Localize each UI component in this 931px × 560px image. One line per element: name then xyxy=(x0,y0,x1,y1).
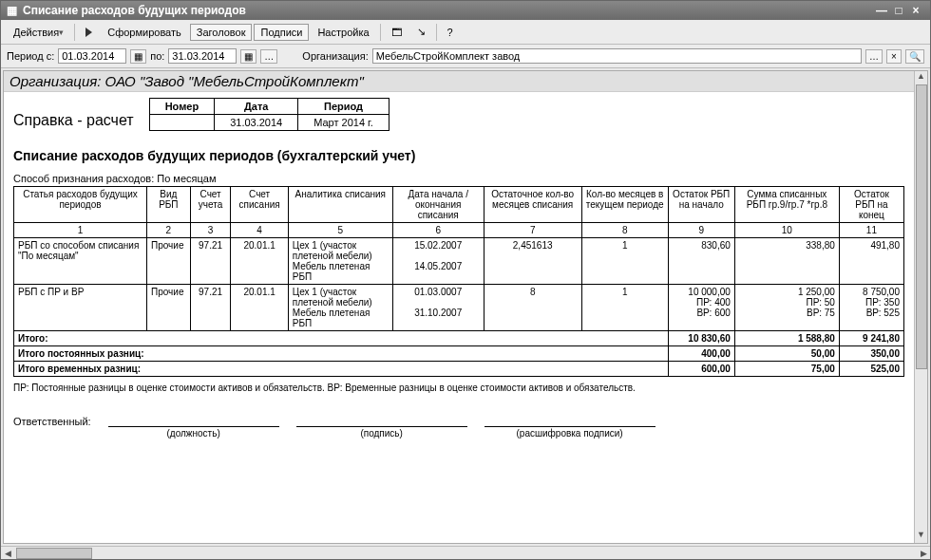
org-input[interactable] xyxy=(372,48,862,64)
cell-remain: 2,451613 xyxy=(484,238,581,285)
org-find-button[interactable]: 🔍 xyxy=(905,49,924,64)
table-row: РБП с ПР и ВР Прочие 97.21 20.01.1 Цех 1… xyxy=(14,285,904,331)
table-row: РБП со способом списания "По месяцам" Пр… xyxy=(14,238,904,285)
sign-name: (расшифровка подписи) xyxy=(484,414,656,427)
col-type: Вид РБП xyxy=(147,187,191,223)
play-icon xyxy=(86,28,92,37)
vertical-scrollbar[interactable]: ▲ ▼ xyxy=(914,71,927,543)
doc-title: Справка - расчет xyxy=(13,112,134,129)
total-begin: 10 830,60 xyxy=(668,331,734,346)
maximize-button[interactable]: □ xyxy=(890,4,907,17)
play-button[interactable] xyxy=(79,25,99,40)
n1: 1 xyxy=(14,223,147,238)
cell-write: 338,80 xyxy=(734,238,839,285)
app-icon: ▦ xyxy=(7,4,17,17)
col-remain: Остаточное кол-во месяцев списания xyxy=(484,187,581,223)
report-area: Организация: ОАО "Завод "МебельСтройКомп… xyxy=(4,71,914,543)
n4: 4 xyxy=(231,223,288,238)
mini-v-period: Март 2014 г. xyxy=(298,115,390,131)
col-write: Сумма списанных РБП гр.9/гр.7 *гр.8 xyxy=(734,187,839,223)
col-acct: Счет учета xyxy=(190,187,231,223)
header-label: Заголовок xyxy=(197,27,246,38)
actions-menu[interactable]: Действия xyxy=(7,24,70,41)
period-to-input[interactable] xyxy=(168,48,237,64)
col-dates: Дата начала / окончания списания xyxy=(392,187,484,223)
cell-end: 8 750,00ПР: 350ВР: 525 xyxy=(839,285,903,331)
cell-acct2: 20.01.1 xyxy=(231,285,288,331)
window-title: Списание расходов будущих периодов xyxy=(23,4,246,17)
org-label: Организация: xyxy=(302,50,368,62)
form-label: Сформировать xyxy=(107,27,181,38)
setup-button[interactable]: Настройка xyxy=(311,24,375,41)
report-table: Статья расходов будущих периодов Вид РБП… xyxy=(13,186,904,377)
total-vr-write: 75,00 xyxy=(734,362,839,377)
n8: 8 xyxy=(581,223,668,238)
period-picker-button[interactable]: … xyxy=(260,49,277,64)
actions-label: Действия xyxy=(13,27,59,38)
signs-label: Подписи xyxy=(260,27,302,38)
cell-type: Прочие xyxy=(147,285,191,331)
cell-end: 491,80 xyxy=(839,238,903,285)
mini-h-date: Дата xyxy=(215,99,298,115)
cell-analytic: Цех 1 (участок плетеной мебели) Мебель п… xyxy=(288,238,392,285)
close-button[interactable]: × xyxy=(907,4,924,17)
total-vr-row: Итого временных разниц: 600,00 75,00 525… xyxy=(14,362,904,377)
horizontal-scrollbar[interactable]: ◀ ▶ xyxy=(1,546,930,559)
mini-v-num xyxy=(149,115,215,131)
org-clear-button[interactable]: × xyxy=(886,49,902,64)
calendar-icon-from[interactable]: ▦ xyxy=(130,49,146,64)
total-row: Итого: 10 830,60 1 588,80 9 241,80 xyxy=(14,331,904,346)
help-button[interactable]: ? xyxy=(441,24,460,41)
period-from-input[interactable] xyxy=(58,48,126,64)
doc-meta-table: Номер Дата Период 31.03.2014 Март 2014 г… xyxy=(149,98,390,131)
total-label: Итого: xyxy=(14,331,669,346)
signs-button[interactable]: Подписи xyxy=(254,24,309,41)
total-vr-label: Итого временных разниц: xyxy=(14,362,669,377)
n5: 5 xyxy=(288,223,392,238)
cell-acct: 97.21 xyxy=(190,285,231,331)
total-vr-begin: 600,00 xyxy=(668,362,734,377)
header-button[interactable]: Заголовок xyxy=(190,24,253,41)
n9: 9 xyxy=(668,223,734,238)
filter-bar: Период с: ▦ по: ▦ … Организация: … × 🔍 xyxy=(1,45,930,68)
total-write: 1 588,80 xyxy=(734,331,839,346)
period-to-label: по: xyxy=(150,50,164,62)
sign-signature: (подпись) xyxy=(296,414,467,427)
total-pr-row: Итого постоянных разниц: 400,00 50,00 35… xyxy=(14,346,904,362)
calendar-icon-to[interactable]: ▦ xyxy=(240,49,256,64)
n11: 11 xyxy=(839,223,903,238)
col-analytic: Аналитика списания xyxy=(288,187,392,223)
cell-type: Прочие xyxy=(147,238,191,285)
sign-name-caption: (расшифровка подписи) xyxy=(484,428,656,439)
total-pr-write: 50,00 xyxy=(734,346,839,362)
period-from-label: Период с: xyxy=(7,50,54,62)
cell-write: 1 250,00ПР: 50ВР: 75 xyxy=(734,285,839,331)
col-acct2: Счет списания xyxy=(231,187,288,223)
toolbar: Действия Сформировать Заголовок Подписи … xyxy=(1,20,930,45)
n7: 7 xyxy=(484,223,581,238)
org-picker-button[interactable]: … xyxy=(865,49,883,64)
cell-article: РБП с ПР и ВР xyxy=(14,285,147,331)
n10: 10 xyxy=(734,223,839,238)
cell-cur: 1 xyxy=(581,238,668,285)
cell-cur: 1 xyxy=(581,285,668,331)
form-button[interactable]: Сформировать xyxy=(101,24,188,41)
cell-dates: 15.02.200714.05.2007 xyxy=(392,238,484,285)
total-pr-label: Итого постоянных разниц: xyxy=(14,346,669,362)
col-article: Статья расходов будущих периодов xyxy=(14,187,147,223)
responsible-label: Ответственный: xyxy=(13,416,91,427)
mini-h-period: Период xyxy=(298,99,390,115)
report-title: Списание расходов будущих периодов (бухг… xyxy=(13,148,904,163)
minimize-button[interactable]: — xyxy=(873,4,890,17)
tool-icon-2[interactable]: ↘ xyxy=(410,23,432,41)
col-end: Остаток РБП на конец xyxy=(839,187,903,223)
sign-position: (должность) xyxy=(108,414,279,427)
titlebar: ▦ Списание расходов будущих периодов — □… xyxy=(1,1,930,20)
mini-v-date: 31.03.2014 xyxy=(215,115,298,131)
cell-acct: 97.21 xyxy=(190,238,231,285)
n6: 6 xyxy=(392,223,484,238)
cell-article: РБП со способом списания "По месяцам" xyxy=(14,238,147,285)
cell-begin: 830,60 xyxy=(668,238,734,285)
total-end: 9 241,80 xyxy=(839,331,903,346)
tool-icon-1[interactable]: 🗔 xyxy=(385,24,408,41)
